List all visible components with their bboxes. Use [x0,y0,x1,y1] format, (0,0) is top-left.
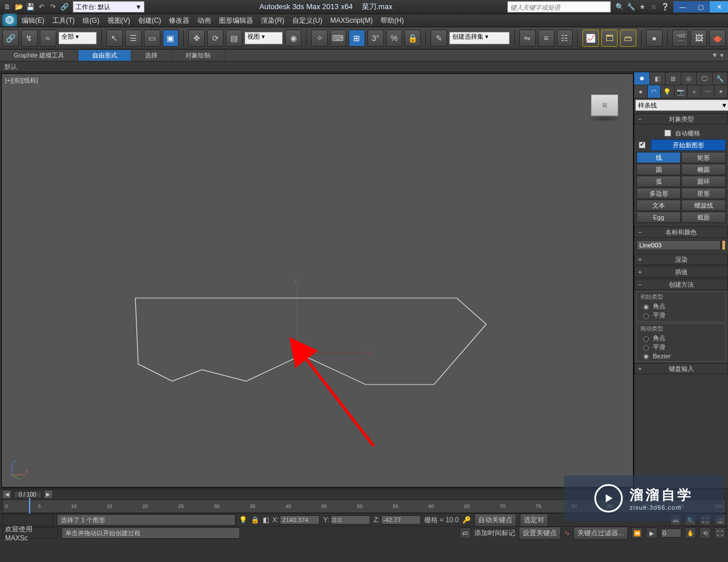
link-button[interactable]: 🔗 [2,30,19,47]
snap-toggle-button[interactable]: ⊞ [349,30,365,47]
time-marker[interactable] [29,498,30,514]
shape-arc-button[interactable]: 弧 [636,176,681,187]
menu-help[interactable]: 帮助(H) [380,16,404,26]
render-setup-button[interactable]: 🎬 [672,30,689,47]
rollout-object-type[interactable]: −对象类型 [634,113,728,125]
move-button[interactable]: ✥ [188,30,205,47]
start-new-shape-button[interactable]: 开始新图形 [651,139,726,151]
systems-cat-icon[interactable]: ✴ [714,85,728,98]
menu-views[interactable]: 视图(V) [107,16,130,26]
minimize-button[interactable]: — [673,1,692,13]
shape-section-button[interactable]: 截面 [681,212,726,223]
menu-graph-editors[interactable]: 图形编辑器 [219,16,253,26]
key-icon[interactable]: 🔑 [462,516,471,524]
curve-editor-button[interactable]: 📈 [582,30,599,47]
initial-smooth-radio[interactable] [643,313,649,319]
link-icon[interactable]: 🔗 [59,2,69,12]
render-button[interactable]: 🫖 [709,30,726,47]
menu-group[interactable]: 组(G) [82,16,99,26]
application-menu-button[interactable] [2,14,17,26]
set-key-button[interactable]: 设置关键点 [519,527,561,540]
material-editor-button[interactable]: ● [646,30,663,47]
shape-ellipse-button[interactable]: 椭圆 [681,164,726,175]
pan-button[interactable]: ✋ [685,527,696,539]
shape-rectangle-button[interactable]: 矩形 [681,152,726,163]
select-button[interactable]: ↖ [106,30,123,47]
key-wave-icon[interactable]: ∿ [564,529,570,537]
open-icon[interactable]: 📂 [14,2,24,12]
exchange-icon[interactable]: ★ [637,2,647,12]
lock-icon[interactable]: 🔒 [251,516,259,524]
helpers-cat-icon[interactable]: ＋ [688,85,701,98]
bulb-icon[interactable]: 💡 [239,516,247,524]
time-tags-label[interactable]: 添加时间标记 [474,528,515,538]
maxscript-mini-listener[interactable]: 欢迎使用 MAXSc [2,527,58,539]
redo-icon[interactable]: ↷ [48,2,58,12]
select-by-name-button[interactable]: ☰ [125,30,142,47]
named-selection-select[interactable]: 创建选择集 ▾ [449,32,510,44]
spacewarps-cat-icon[interactable]: 〰 [701,85,715,98]
object-color-swatch[interactable] [722,240,726,250]
menu-create[interactable]: 创建(C) [138,16,162,26]
hierarchy-tab-icon[interactable]: ⊞ [665,72,681,85]
next-frame-button[interactable]: ▶ [44,490,53,499]
shape-egg-button[interactable]: Egg [636,212,681,223]
start-new-shape-checkbox[interactable] [639,142,646,148]
shape-ngon-button[interactable]: 多边形 [636,188,681,199]
viewport[interactable]: [+][前][线框] 前 y x z [1,73,634,487]
time-tag-icon[interactable]: 🏷 [460,527,471,539]
menu-rendering[interactable]: 渲染(R) [261,16,284,26]
drag-bezier-radio[interactable] [643,354,649,359]
scale-button[interactable]: ▤ [226,30,242,47]
y-coord-input[interactable] [330,515,370,524]
tab-object-paint[interactable]: 对象绘制 [172,50,225,61]
tab-graphite[interactable]: Graphite 建模工具 [0,50,78,61]
drag-smooth-radio[interactable] [643,345,649,351]
subcategory-select[interactable]: 样条线▼ [635,100,728,111]
rect-region-button[interactable]: ▭ [144,30,160,47]
display-tab-icon[interactable]: 🖵 [697,72,713,85]
selection-filter-select[interactable]: 全部 ▾ [59,32,97,44]
shape-star-button[interactable]: 星形 [681,188,726,199]
prev-key-button[interactable]: ⏪ [631,527,643,539]
workspace-select[interactable]: 工作台: 默认▼ [73,1,144,13]
manipulate-button[interactable]: ✧ [311,30,328,47]
shape-helix-button[interactable]: 螺旋线 [681,200,726,211]
favorites-icon[interactable]: ☆ [648,2,659,12]
shapes-cat-icon[interactable]: ◠ [648,85,661,98]
menu-animation[interactable]: 动画 [197,16,211,26]
shape-circle-button[interactable]: 圆 [636,164,681,175]
pivot-center-button[interactable]: ◉ [285,30,301,47]
rotate-button[interactable]: ⟳ [207,30,224,47]
rollout-render[interactable]: +渲染 [634,254,728,265]
autodesk-icon[interactable]: 🔧 [626,2,636,12]
cameras-cat-icon[interactable]: 📷 [675,85,688,98]
orbit-button[interactable]: ⟲ [700,527,711,539]
frame-indicator[interactable]: 0 / 100 [14,491,42,498]
rollout-keyboard-entry[interactable]: +键盘输入 [634,363,728,374]
create-tab-icon[interactable]: ✹ [634,72,650,85]
save-icon[interactable]: 💾 [25,2,35,12]
align-button[interactable]: ≡ [538,30,555,47]
selected-filter-button[interactable]: 选定对 [520,514,548,527]
shape-line-button[interactable]: 线 [636,152,681,163]
help-search-input[interactable] [507,1,611,13]
lights-cat-icon[interactable]: 💡 [661,85,675,98]
menu-customize[interactable]: 自定义(U) [292,16,322,26]
prev-frame-button[interactable]: ◀ [2,490,11,499]
ribbon-expand-icon[interactable]: ▼ ▾ [712,51,723,59]
tab-selection[interactable]: 选择 [131,50,172,61]
auto-key-button[interactable]: 自动关键点 [474,514,516,527]
ref-coord-select[interactable]: 视图 ▾ [245,32,283,44]
new-icon[interactable]: 🗎 [2,2,13,12]
rollout-interpolation[interactable]: +插值 [634,266,728,278]
x-coord-input[interactable] [280,515,320,524]
mirror-button[interactable]: ⇋ [519,30,536,47]
help-icon[interactable]: ❔ [660,2,670,12]
geometry-cat-icon[interactable]: ● [634,85,648,98]
maximize-button[interactable]: ▢ [692,1,710,13]
undo-icon[interactable]: ↶ [36,2,47,12]
schematic-view-button[interactable]: 🗔 [601,30,618,47]
modify-tab-icon[interactable]: ◧ [650,72,666,85]
current-frame-input[interactable] [661,528,681,538]
